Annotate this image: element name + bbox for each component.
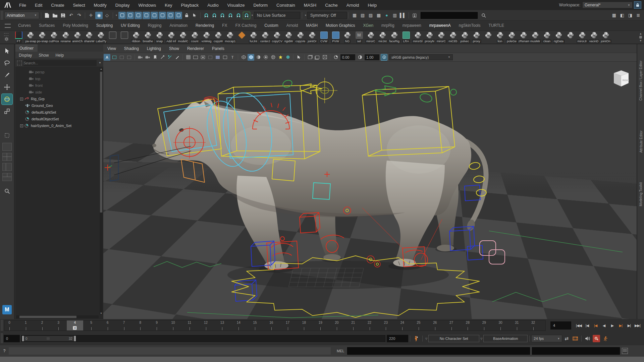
toggle-panel-left-button[interactable]: ◧ (619, 12, 626, 19)
shelf-scroll-up-icon[interactable]: ▲ (639, 32, 642, 35)
shelf-tab-curves[interactable]: Curves (14, 21, 35, 31)
viewport-panel[interactable]: ViewShadingLightingShowRendererPanels A (103, 44, 637, 319)
anim-layer-field[interactable]: BaseAnimation (483, 335, 528, 342)
shelf-item-proxy[interactable]: proxy (471, 31, 482, 44)
chevron-down-icon[interactable]: ▾ (252, 14, 253, 17)
outliner-menu-help[interactable]: Help (52, 53, 67, 58)
menu-key[interactable]: Key (160, 3, 176, 8)
shelf-item-mirorsl[interactable]: mirorSl (412, 31, 424, 44)
mask-joints-toggle[interactable] (126, 12, 134, 19)
expand-icon[interactable]: + (20, 124, 23, 127)
gate-mask-button[interactable] (207, 54, 214, 61)
shelf-item-mirorjr[interactable]: mirorJr (576, 31, 588, 44)
shelf-item-polvec[interactable]: polvec (459, 31, 471, 44)
shelf-item-snap[interactable]: snap (154, 31, 165, 44)
shelf-item-breathe[interactable]: breathe (142, 31, 154, 44)
viewport-menu-renderer[interactable]: Renderer (183, 46, 208, 51)
shelf-item-pvw[interactable]: PVW (330, 31, 341, 44)
snap-to-view-plane-button[interactable] (235, 12, 242, 19)
mask-curves-toggle[interactable] (135, 12, 142, 19)
maya-app-icon[interactable]: M (2, 305, 12, 314)
statusline-grip[interactable] (1, 11, 3, 19)
character-set-dropdown-icon[interactable]: ▽ (425, 337, 427, 340)
shelf-tab-mrpaweena[interactable]: mrpaweenA (425, 21, 455, 31)
shelf-item-mictls[interactable]: miCtlS (447, 31, 459, 44)
copy-view-button[interactable] (307, 54, 313, 61)
menu-modify[interactable]: Modify (90, 3, 111, 8)
shelf-item-constraint2[interactable] (118, 31, 130, 44)
shelf-item-musmir[interactable]: musMir (529, 31, 541, 44)
anim-layer-dropdown-icon[interactable]: ▽ (480, 337, 482, 340)
shelf-grip[interactable] (4, 33, 9, 36)
image-plane-button[interactable] (159, 54, 166, 61)
grid-toggle-button[interactable] (185, 54, 192, 61)
viewport-menu-view[interactable]: View (103, 46, 120, 51)
workspace-select[interactable]: General* ▼ (582, 2, 633, 8)
menu-create[interactable]: Create (47, 3, 68, 8)
shelf-tab-mrprig[interactable]: mrpRig (377, 21, 398, 31)
gamma-icon[interactable] (357, 54, 363, 61)
isolate-select-button[interactable] (296, 54, 302, 61)
mask-dynamics-toggle[interactable] (159, 12, 166, 19)
shelf-item-copyve[interactable]: copyVe (294, 31, 306, 44)
shelf-tab-mrpaween[interactable]: mrpaween (398, 21, 425, 31)
yellow-arrow-control[interactable] (300, 84, 322, 94)
pause-viewport-button[interactable]: ▌▌ (399, 12, 407, 19)
workspace-lock-button[interactable] (634, 1, 641, 9)
scrollbar-handle[interactable] (100, 72, 102, 213)
menu-deform[interactable]: Deform (249, 3, 272, 8)
colorspace-select[interactable]: sRGB gamma (legacy) ▼ (389, 54, 453, 60)
chin-control[interactable] (181, 159, 205, 182)
mute-audio-button[interactable] (584, 335, 591, 342)
shelf-tab-turtle[interactable]: TURTLE (485, 21, 508, 31)
bookmark-button[interactable] (152, 54, 158, 61)
last-tool-button[interactable] (2, 130, 12, 141)
shelf-tab-custom[interactable]: Custom (260, 21, 282, 31)
render-settings-button[interactable]: ▩ (375, 12, 382, 19)
mask-handles-toggle[interactable] (118, 12, 126, 19)
outliner-item-Ground_Geo[interactable]: Ground_Geo (20, 103, 53, 109)
snap-to-grid-button[interactable] (203, 12, 210, 19)
shelf-item-labelty[interactable]: LabelTy (95, 31, 107, 44)
lock-selection-button[interactable] (183, 12, 190, 19)
outliner-item-top[interactable]: top (29, 76, 40, 82)
mask-misc-toggle[interactable] (175, 12, 182, 19)
exposure-value[interactable]: 0.00 (340, 54, 355, 60)
go-to-end-button[interactable]: ▶▶| (633, 321, 642, 330)
viewport-menu-shading[interactable]: Shading (120, 46, 143, 51)
menu-display[interactable]: Display (111, 3, 134, 8)
snap-to-projected-center-button[interactable] (227, 12, 234, 19)
go-to-start-button[interactable]: |◀◀ (575, 321, 583, 330)
move-tool-button[interactable] (2, 82, 12, 93)
menu-visualize[interactable]: Visualize (223, 3, 249, 8)
character-set-field[interactable]: No Character Set (428, 335, 479, 342)
shelf-item-facerig[interactable]: faceRig (388, 31, 400, 44)
layout-single-pane-button[interactable] (2, 143, 12, 151)
command-language-toggle[interactable]: MEL (337, 349, 344, 353)
shelf-item-lra[interactable]: LRA (400, 31, 412, 44)
shelf-item-jointor[interactable]: jointOr (306, 31, 318, 44)
make-live-button[interactable] (243, 12, 250, 19)
textured-button[interactable] (255, 54, 262, 61)
ipr-render-button[interactable]: ▨ (367, 12, 374, 19)
shelf-tab-fx[interactable]: FX (218, 21, 231, 31)
use-all-lights-button[interactable] (262, 54, 269, 61)
save-scene-button[interactable] (59, 12, 67, 19)
menu-playback[interactable]: Playback (177, 3, 203, 8)
shelf-item-python[interactable] (482, 31, 494, 44)
shelf-item-modelc[interactable]: modelC (177, 31, 189, 44)
tab-channel-box[interactable]: Channel Box / Layer Editor (637, 47, 644, 114)
shelf-item-rigidw[interactable]: rigidW (283, 31, 294, 44)
shelf-item-copycv[interactable]: copyCV (271, 31, 283, 44)
menu-select[interactable]: Select (68, 3, 89, 8)
outliner-item-side[interactable]: side (29, 89, 42, 95)
wire-on-shaded-button[interactable] (270, 54, 276, 61)
search-button[interactable] (480, 12, 487, 19)
toggle-panel-right-button[interactable]: ◨ (627, 12, 634, 19)
shelf-scroll-knob[interactable] (639, 36, 642, 39)
shelf-item-count[interactable]: count (189, 31, 201, 44)
shelf-tab-rendering[interactable]: Rendering (192, 21, 218, 31)
viewport-option-2-button[interactable] (126, 54, 132, 61)
loop-toggle-button[interactable]: ⇄ (563, 335, 570, 342)
snap-to-point-button[interactable] (219, 12, 226, 19)
